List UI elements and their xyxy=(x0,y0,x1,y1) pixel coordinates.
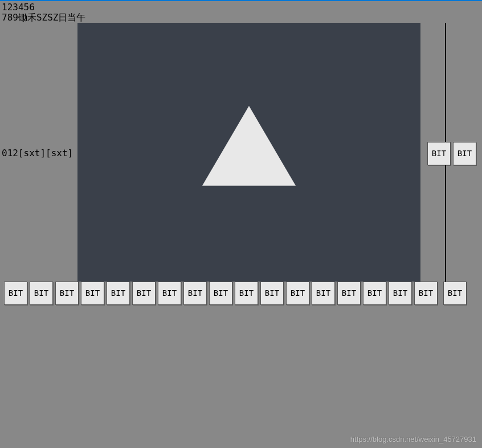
bit-button-bottom-9[interactable]: BIT xyxy=(235,282,258,305)
bit-button-right-0[interactable]: BIT xyxy=(427,142,451,165)
watermark-text: https://blog.csdn.net/weixin_45727931 xyxy=(350,435,476,443)
text-line-3: 012[sxt][sxt] xyxy=(2,148,73,158)
bit-button-bottom-15[interactable]: BIT xyxy=(389,282,412,305)
bit-button-bottom-13[interactable]: BIT xyxy=(337,282,361,305)
bit-button-bottom-7[interactable]: BIT xyxy=(183,282,207,305)
bit-button-bottom-10[interactable]: BIT xyxy=(260,282,284,305)
bit-button-bottom-17[interactable]: BIT xyxy=(443,282,467,305)
bit-button-bottom-16[interactable]: BIT xyxy=(414,282,438,305)
bit-button-bottom-14[interactable]: BIT xyxy=(363,282,386,305)
bit-button-bottom-11[interactable]: BIT xyxy=(286,282,309,305)
bit-button-bottom-2[interactable]: BIT xyxy=(55,282,79,305)
bit-button-bottom-0[interactable]: BIT xyxy=(4,282,27,305)
bit-button-right-1[interactable]: BIT xyxy=(453,142,476,165)
bit-button-bottom-8[interactable]: BIT xyxy=(209,282,232,305)
triangle-icon xyxy=(202,106,296,186)
canvas-panel xyxy=(77,23,420,282)
text-line-2: 789锄禾SZSZ日当午 xyxy=(2,13,85,23)
bit-button-bottom-5[interactable]: BIT xyxy=(132,282,156,305)
bit-button-bottom-12[interactable]: BIT xyxy=(312,282,335,305)
bit-button-bottom-4[interactable]: BIT xyxy=(107,282,130,305)
bit-button-bottom-6[interactable]: BIT xyxy=(158,282,181,305)
bit-button-bottom-1[interactable]: BIT xyxy=(30,282,53,305)
text-line-1: 123456 xyxy=(2,2,35,13)
bit-button-bottom-3[interactable]: BIT xyxy=(81,282,104,305)
